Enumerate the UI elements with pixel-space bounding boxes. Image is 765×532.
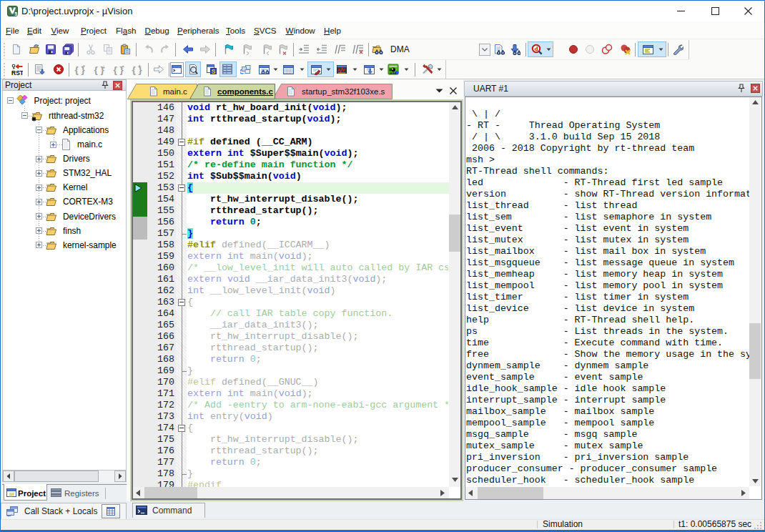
- svg-text:RST: RST: [11, 69, 23, 76]
- svg-text:{ }: { }: [94, 64, 105, 75]
- svg-text:d: d: [534, 45, 538, 52]
- svg-text:{ }: { }: [114, 64, 124, 75]
- svg-text:S: S: [211, 68, 215, 75]
- svg-text:5: 5: [14, 11, 17, 16]
- svg-text:{ }: { }: [132, 64, 143, 75]
